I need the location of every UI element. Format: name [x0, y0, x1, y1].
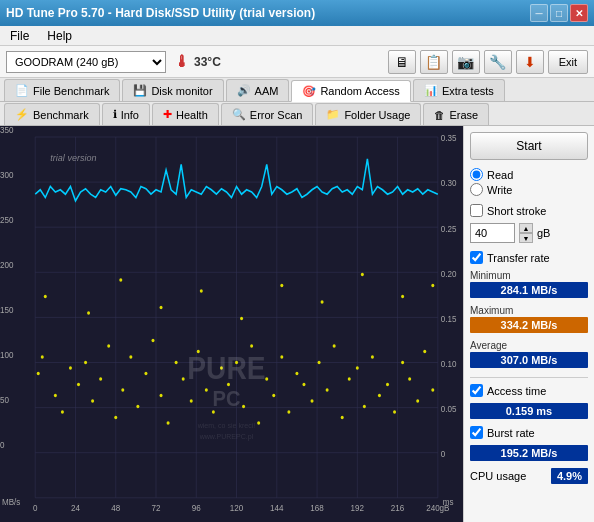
- icon-btn-2[interactable]: 📋: [420, 50, 448, 74]
- burst-rate-value: 195.2 MB/s: [470, 445, 588, 461]
- write-radio-label[interactable]: Write: [470, 183, 588, 196]
- tab-disk-monitor-label: Disk monitor: [151, 85, 212, 97]
- svg-point-83: [287, 410, 290, 413]
- transfer-rate-label[interactable]: Transfer rate: [470, 251, 588, 264]
- svg-text:0.20: 0.20: [441, 268, 457, 278]
- main-content: 350 300 250 200 150 100 50 0 MB/s 0.35 0…: [0, 126, 594, 522]
- svg-point-111: [361, 273, 364, 276]
- svg-point-110: [321, 300, 324, 303]
- menu-help[interactable]: Help: [43, 27, 76, 45]
- tab-extra-tests[interactable]: 📊 Extra tests: [413, 79, 505, 101]
- exit-button[interactable]: Exit: [548, 50, 588, 74]
- aam-icon: 🔊: [237, 84, 251, 97]
- cpu-usage-value: 4.9%: [551, 468, 588, 484]
- minimum-label: Minimum: [470, 270, 588, 281]
- start-button[interactable]: Start: [470, 132, 588, 160]
- read-radio[interactable]: [470, 168, 483, 181]
- burst-rate-checkbox-label[interactable]: Burst rate: [470, 426, 588, 439]
- access-time-text: Access time: [487, 385, 546, 397]
- close-button[interactable]: ✕: [570, 4, 588, 22]
- svg-text:www.PUREPC.pl: www.PUREPC.pl: [199, 432, 254, 441]
- tab-aam-label: AAM: [255, 85, 279, 97]
- menu-file[interactable]: File: [6, 27, 33, 45]
- svg-point-103: [44, 295, 47, 298]
- access-time-checkbox-label[interactable]: Access time: [470, 384, 588, 397]
- svg-point-61: [121, 388, 124, 391]
- svg-text:0.30: 0.30: [441, 178, 457, 188]
- read-radio-label[interactable]: Read: [470, 168, 588, 181]
- svg-text:72: 72: [152, 503, 161, 513]
- tab-health[interactable]: ✚ Health: [152, 103, 219, 125]
- tab-disk-monitor[interactable]: 💾 Disk monitor: [122, 79, 223, 101]
- spin-up-button[interactable]: ▲: [519, 223, 533, 233]
- svg-point-86: [311, 399, 314, 402]
- svg-text:216: 216: [391, 503, 405, 513]
- disk-selector[interactable]: GOODRAM (240 gB): [6, 51, 166, 73]
- svg-rect-0: [0, 126, 463, 522]
- disk-monitor-icon: 💾: [133, 84, 147, 97]
- temperature-display: 🌡 33°C: [174, 53, 221, 71]
- extra-tests-icon: 📊: [424, 84, 438, 97]
- tab-folder-usage[interactable]: 📁 Folder Usage: [315, 103, 421, 125]
- write-radio[interactable]: [470, 183, 483, 196]
- short-stroke-checkbox[interactable]: [470, 204, 483, 217]
- folder-usage-icon: 📁: [326, 108, 340, 121]
- svg-text:0.15: 0.15: [441, 313, 457, 323]
- minimize-button[interactable]: ─: [530, 4, 548, 22]
- tab-random-access[interactable]: 🎯 Random Access: [291, 80, 410, 102]
- burst-rate-checkbox[interactable]: [470, 426, 483, 439]
- tab-info[interactable]: ℹ Info: [102, 103, 150, 125]
- svg-text:150: 150: [0, 305, 14, 315]
- info-icon: ℹ: [113, 108, 117, 121]
- icon-btn-1[interactable]: 🖥: [388, 50, 416, 74]
- svg-point-102: [431, 388, 434, 391]
- svg-text:wiem, co sie kreci!: wiem, co sie kreci!: [197, 421, 255, 430]
- transfer-rate-text: Transfer rate: [487, 252, 550, 264]
- icon-btn-5[interactable]: ⬇: [516, 50, 544, 74]
- svg-point-70: [190, 399, 193, 402]
- svg-text:PC: PC: [212, 387, 240, 411]
- svg-point-89: [333, 344, 336, 347]
- spin-down-button[interactable]: ▼: [519, 233, 533, 243]
- svg-text:0: 0: [441, 449, 446, 459]
- short-stroke-label[interactable]: Short stroke: [470, 204, 588, 217]
- svg-text:0.05: 0.05: [441, 404, 457, 414]
- window-controls: ─ □ ✕: [530, 4, 588, 22]
- maximize-button[interactable]: □: [550, 4, 568, 22]
- maximum-stat: Maximum 334.2 MB/s: [470, 305, 588, 333]
- svg-text:0.10: 0.10: [441, 359, 457, 369]
- svg-point-112: [401, 295, 404, 298]
- icon-btn-4[interactable]: 🔧: [484, 50, 512, 74]
- average-value: 307.0 MB/s: [470, 352, 588, 368]
- svg-text:300: 300: [0, 169, 14, 179]
- toolbar: GOODRAM (240 gB) 🌡 33°C 🖥 📋 📷 🔧 ⬇ Exit: [0, 46, 594, 78]
- access-time-checkbox[interactable]: [470, 384, 483, 397]
- svg-point-73: [212, 410, 215, 413]
- minimum-value: 284.1 MB/s: [470, 282, 588, 298]
- svg-point-72: [205, 388, 208, 391]
- svg-point-56: [84, 361, 87, 364]
- svg-text:48: 48: [111, 503, 120, 513]
- svg-point-59: [107, 344, 110, 347]
- svg-text:PURE: PURE: [187, 351, 265, 385]
- tab-folder-usage-label: Folder Usage: [344, 109, 410, 121]
- spinbox-input[interactable]: [470, 223, 515, 243]
- spinbox-row: ▲ ▼ gB: [470, 223, 588, 243]
- tab-error-scan[interactable]: 🔍 Error Scan: [221, 103, 314, 125]
- tab-benchmark[interactable]: ⚡ Benchmark: [4, 103, 100, 125]
- minimum-stat: Minimum 284.1 MB/s: [470, 270, 588, 298]
- svg-point-101: [423, 350, 426, 353]
- icon-btn-3[interactable]: 📷: [452, 50, 480, 74]
- svg-text:200: 200: [0, 260, 14, 270]
- tab-aam[interactable]: 🔊 AAM: [226, 79, 290, 101]
- title-bar: HD Tune Pro 5.70 - Hard Disk/SSD Utility…: [0, 0, 594, 26]
- tab-file-benchmark[interactable]: 📄 File Benchmark: [4, 79, 120, 101]
- svg-point-95: [378, 394, 381, 397]
- svg-point-105: [119, 278, 122, 281]
- benchmark-icon: ⚡: [15, 108, 29, 121]
- transfer-rate-checkbox[interactable]: [470, 251, 483, 264]
- svg-point-109: [280, 284, 283, 287]
- read-write-group: Read Write: [470, 168, 588, 196]
- spinbox-unit: gB: [537, 227, 550, 239]
- tab-erase[interactable]: 🗑 Erase: [423, 103, 489, 125]
